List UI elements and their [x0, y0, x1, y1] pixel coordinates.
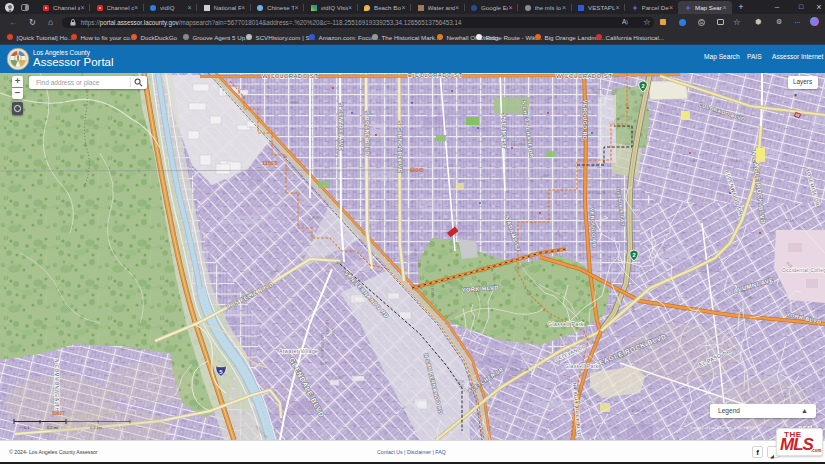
svg-text:W COLORADO ST: W COLORADO ST	[262, 73, 318, 79]
svg-text:AVE: AVE	[631, 306, 635, 314]
svg-text:AVE: AVE	[413, 249, 417, 257]
svg-text:VINE: VINE	[290, 101, 299, 105]
svg-text:OAK: OAK	[786, 219, 794, 223]
svg-text:Glassell Park: Glassell Park	[565, 364, 599, 369]
svg-text:AVE: AVE	[320, 362, 328, 366]
svg-text:LAUREL: LAUREL	[325, 320, 329, 335]
svg-text:OAK: OAK	[690, 159, 698, 163]
svg-text:N AVE 32: N AVE 32	[430, 288, 434, 304]
svg-text:W ACACIA: W ACACIA	[510, 368, 529, 372]
svg-text:DR: DR	[445, 281, 451, 285]
svg-text:VINE: VINE	[492, 273, 496, 282]
svg-text:DR: DR	[379, 219, 385, 223]
svg-text:0.1: 0.1	[24, 425, 30, 430]
svg-text:ST: ST	[602, 351, 608, 355]
svg-text:11503: 11503	[262, 160, 277, 166]
svg-text:DR: DR	[448, 164, 454, 168]
svg-text:Atwater Village: Atwater Village	[279, 348, 318, 354]
svg-text:OAK: OAK	[417, 260, 421, 268]
svg-text:VERDUGO RD: VERDUGO RD	[582, 100, 588, 140]
svg-text:AVE: AVE	[312, 216, 320, 220]
svg-text:00045: 00045	[410, 167, 424, 173]
svg-text:VINE: VINE	[540, 174, 549, 178]
svg-text:VINE: VINE	[581, 337, 590, 341]
svg-text:ST: ST	[592, 341, 598, 345]
svg-text:AVE: AVE	[336, 261, 344, 265]
svg-text:DR: DR	[566, 376, 570, 382]
svg-text:AVE: AVE	[523, 337, 531, 341]
svg-text:Glassell Park: Glassell Park	[548, 321, 584, 327]
svg-text:S BRAND BLVD: S BRAND BLVD	[364, 111, 370, 156]
svg-text:E COLORADO ST: E COLORADO ST	[408, 73, 463, 78]
svg-text:County of Los Angeles, Esri, H: County of Los Angeles, Esri, HERE	[690, 425, 756, 430]
svg-text:OAK: OAK	[331, 328, 335, 336]
svg-text:N COMMONWEALTH: N COMMONWEALTH	[54, 359, 59, 412]
svg-text:S ADAMS ST: S ADAMS ST	[501, 113, 507, 149]
svg-text:DR: DR	[612, 90, 618, 94]
svg-text:S GLENDALE AVE: S GLENDALE AVE	[397, 121, 403, 173]
svg-text:DR: DR	[662, 247, 666, 253]
svg-text:E LOMITA: E LOMITA	[588, 191, 606, 195]
svg-text:DR: DR	[782, 393, 786, 399]
svg-text:2: 2	[632, 252, 635, 258]
svg-text:W ACACIA: W ACACIA	[627, 409, 646, 413]
svg-text:Occidental Colleg: Occidental Colleg	[782, 268, 825, 273]
svg-text:OAK: OAK	[335, 376, 343, 380]
svg-text:2: 2	[641, 83, 644, 89]
svg-text:E LOMITA: E LOMITA	[334, 140, 338, 158]
svg-text:W COLORADO ST: W COLORADO ST	[556, 73, 612, 79]
svg-text:0.3 km: 0.3 km	[90, 425, 103, 430]
svg-text:MARGUERITE: MARGUERITE	[320, 333, 324, 359]
svg-text:N AVE 32: N AVE 32	[732, 159, 748, 163]
svg-text:00027: 00027	[52, 411, 65, 416]
svg-text:0.2 mi: 0.2 mi	[47, 425, 58, 430]
svg-text:LAUREL: LAUREL	[511, 143, 526, 147]
